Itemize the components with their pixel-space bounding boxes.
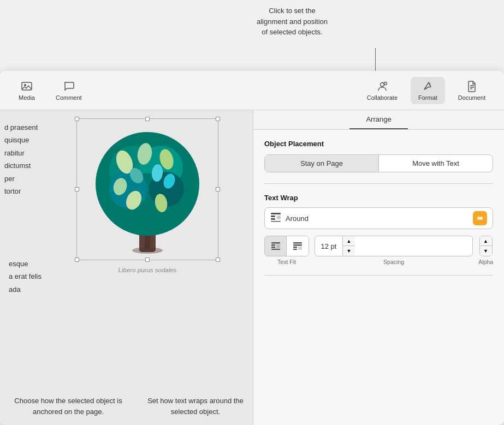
spacing-increment[interactable]: ▲ <box>343 236 355 246</box>
svg-rect-29 <box>277 216 281 219</box>
svg-rect-31 <box>271 244 275 246</box>
text-wrap-controls: Text Fit 12 pt ▲ ▼ Spacing <box>264 236 493 265</box>
alpha-group: ▲ ▼ Alpha <box>478 236 493 265</box>
collaborate-icon <box>376 80 388 92</box>
placement-buttons: Stay on Page Move with Text <box>264 154 493 172</box>
svg-point-2 <box>380 82 384 86</box>
handle-bottom-middle[interactable] <box>145 258 150 262</box>
handle-top-left[interactable] <box>75 117 79 121</box>
text-wrap-title: Text Wrap <box>264 194 493 202</box>
content-area: d praesent quisque rabitur dictumst per … <box>0 110 504 425</box>
text-fit-group: Text Fit <box>264 236 309 265</box>
spacing-label: Spacing <box>383 259 404 265</box>
image-caption: Libero purus sodales <box>76 267 218 273</box>
tab-bar: Arrange <box>253 110 504 130</box>
svg-rect-35 <box>293 242 302 244</box>
text-fit-button-1[interactable] <box>265 236 287 256</box>
media-button[interactable]: Media <box>11 77 43 104</box>
text-content-top: d praesent quisque rabitur dictumst per … <box>0 121 85 197</box>
media-icon <box>21 80 33 92</box>
selected-image[interactable]: Libero purus sodales <box>76 118 218 260</box>
svg-rect-28 <box>271 221 281 222</box>
stay-on-page-button[interactable]: Stay on Page <box>265 155 378 172</box>
tooltip: Click to set the alignment and position … <box>207 5 377 38</box>
text-wrap-value: Around <box>286 214 473 223</box>
spacing-group: 12 pt ▲ ▼ Spacing <box>315 236 473 265</box>
svg-rect-0 <box>22 82 32 90</box>
spacing-decrement[interactable]: ▼ <box>343 246 355 256</box>
tab-arrange[interactable]: Arrange <box>349 110 407 129</box>
alpha-label: Alpha <box>478 259 493 265</box>
text-content-bottom: esque a erat felis ada <box>4 258 89 296</box>
svg-point-1 <box>24 84 26 86</box>
move-with-text-button[interactable]: Move with Text <box>379 155 493 172</box>
svg-rect-37 <box>293 247 297 248</box>
format-button[interactable]: Format <box>411 77 445 104</box>
alpha-increment[interactable]: ▲ <box>480 236 492 246</box>
handle-bottom-right[interactable] <box>216 258 220 262</box>
collaborate-button[interactable]: Collaborate <box>359 77 405 104</box>
wrap-around-icon <box>270 212 281 224</box>
main-window: Media Comment Collaborate Format <box>0 71 504 425</box>
document-canvas: d praesent quisque rabitur dictumst per … <box>0 110 253 425</box>
selection-box <box>76 118 218 260</box>
svg-rect-30 <box>271 242 280 244</box>
bottom-annotation-right: Set how text wraps around the selected o… <box>146 396 245 417</box>
comment-button[interactable]: Comment <box>48 77 90 104</box>
panel-content: Object Placement Stay on Page Move with … <box>253 130 504 295</box>
handle-top-middle[interactable] <box>145 117 150 121</box>
svg-rect-32 <box>271 247 275 248</box>
alpha-decrement[interactable]: ▼ <box>480 246 492 256</box>
section-divider <box>264 183 493 184</box>
handle-middle-right[interactable] <box>216 187 220 191</box>
svg-rect-27 <box>271 218 275 220</box>
dropdown-arrow <box>473 211 487 225</box>
text-fit-label: Text Fit <box>277 259 296 265</box>
document-button[interactable]: Document <box>450 77 493 104</box>
bottom-annotation-left: Choose how the selected object is anchor… <box>11 396 126 417</box>
handle-middle-left[interactable] <box>75 187 79 191</box>
toolbar: Media Comment Collaborate Format <box>0 71 504 110</box>
object-placement-section: Object Placement Stay on Page Move with … <box>264 140 493 172</box>
svg-rect-26 <box>271 216 275 217</box>
text-wrap-dropdown[interactable]: Around <box>264 207 493 229</box>
spacing-spinner: 12 pt ▲ ▼ <box>315 236 473 256</box>
right-panel: Arrange Object Placement Stay on Page Mo… <box>253 110 504 425</box>
object-placement-title: Object Placement <box>264 140 493 148</box>
section-divider-2 <box>264 275 493 276</box>
svg-rect-36 <box>293 244 302 246</box>
svg-point-3 <box>384 82 387 85</box>
alpha-spinner: ▲ ▼ <box>479 236 493 256</box>
svg-rect-33 <box>271 249 280 250</box>
document-icon <box>466 80 478 92</box>
svg-rect-39 <box>293 249 297 250</box>
spacing-value: 12 pt <box>315 240 342 253</box>
svg-rect-38 <box>298 247 302 250</box>
format-icon <box>422 80 434 92</box>
svg-rect-34 <box>276 244 280 248</box>
text-wrap-section: Text Wrap Around <box>264 194 493 265</box>
comment-icon <box>63 80 75 92</box>
text-fit-buttons <box>264 236 309 256</box>
text-fit-button-2[interactable] <box>287 236 309 256</box>
svg-rect-25 <box>271 213 281 214</box>
handle-top-right[interactable] <box>216 117 220 121</box>
